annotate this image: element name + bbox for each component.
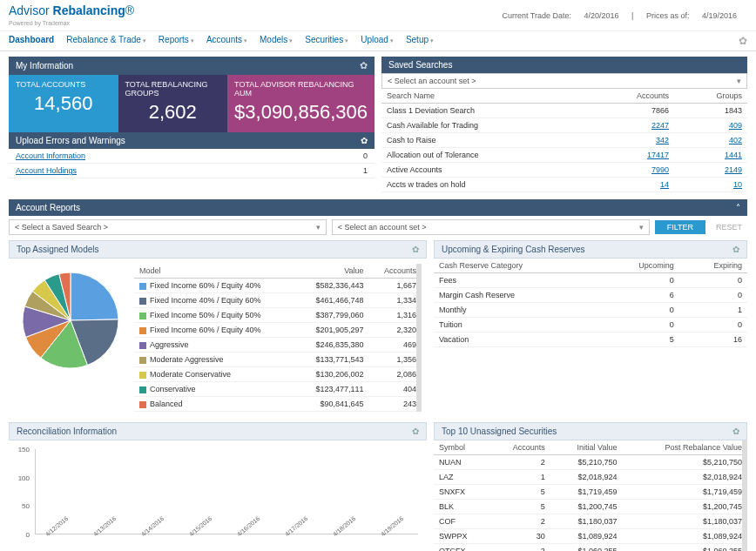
cell-groups[interactable]: 402 bbox=[729, 136, 742, 144]
col-expiring: Expiring bbox=[679, 259, 747, 273]
nav-reports[interactable]: Reports▾ bbox=[159, 35, 194, 47]
cell-initial: $5,210,750 bbox=[550, 455, 623, 470]
table-row: Tuition00 bbox=[434, 318, 747, 333]
cell-upcoming: 0 bbox=[599, 318, 679, 333]
cell-initial: $2,018,924 bbox=[550, 470, 623, 485]
chevron-down-icon: ▾ bbox=[639, 223, 644, 232]
cell-acct: 5 bbox=[489, 485, 550, 500]
cell-expiring: 0 bbox=[679, 318, 747, 333]
cell-acct: 2 bbox=[489, 544, 550, 552]
color-swatch bbox=[139, 298, 146, 305]
col-acct: Accounts bbox=[489, 440, 550, 455]
cell-groups[interactable]: 1441 bbox=[725, 151, 742, 159]
cell-model: Fixed Income 50% / Equity 50% bbox=[134, 308, 297, 323]
nav-dashboard[interactable]: Dashboard bbox=[9, 35, 54, 47]
account-set-select[interactable]: < Select an account set >▾ bbox=[381, 73, 747, 89]
upload-link[interactable]: Account Information bbox=[16, 151, 85, 160]
cell-accounts: 1,334 bbox=[369, 293, 422, 308]
table-row: Cash to Raise342402 bbox=[381, 133, 747, 148]
cell-name: Cash to Raise bbox=[381, 133, 588, 148]
cell-post: $1,089,924 bbox=[622, 529, 747, 544]
cell-model: Balanced bbox=[134, 397, 297, 412]
cell-groups[interactable]: 10 bbox=[733, 180, 742, 189]
cell-initial: $1,719,459 bbox=[550, 485, 623, 500]
color-swatch bbox=[139, 312, 146, 319]
upload-count: 1 bbox=[363, 166, 368, 175]
table-row: Allocation out of Tolerance174171441 bbox=[381, 148, 747, 163]
cell-upcoming: 5 bbox=[599, 333, 679, 347]
cell-accounts: 404 bbox=[369, 382, 422, 397]
table-row: COF2$1,180,037$1,180,037 bbox=[434, 514, 747, 529]
cell-acct: 2 bbox=[489, 455, 550, 470]
cell-value: $130,206,002 bbox=[297, 367, 369, 382]
upload-link[interactable]: Account Holdings bbox=[16, 166, 77, 175]
table-row: Fixed Income 50% / Equity 50%$387,799,06… bbox=[134, 308, 422, 323]
table-row: Fixed Income 40% / Equity 60%$461,466,74… bbox=[134, 293, 422, 308]
table-row: BLK5$1,200,745$1,200,745 bbox=[434, 500, 747, 514]
gear-icon[interactable]: ✿ bbox=[739, 35, 747, 47]
nav-setup[interactable]: Setup▾ bbox=[406, 35, 434, 47]
account-set-select-2[interactable]: < Select an account set >▾ bbox=[332, 219, 650, 235]
chevron-down-icon: ▾ bbox=[143, 37, 146, 44]
cell-cat: Monthly bbox=[434, 303, 599, 318]
table-row: Active Accounts79902149 bbox=[381, 163, 747, 178]
saved-searches-header: Saved Searches bbox=[381, 57, 747, 73]
table-row: LAZ1$2,018,924$2,018,924 bbox=[434, 470, 747, 485]
cell-accounts[interactable]: 17417 bbox=[647, 151, 669, 159]
cell-expiring: 16 bbox=[679, 333, 747, 347]
cell-model: Fixed Income 60% / Equity 40% bbox=[134, 323, 297, 338]
cell-groups[interactable]: 409 bbox=[729, 121, 742, 130]
cell-model: Fixed Income 60% / Equity 40% bbox=[134, 279, 297, 293]
stat-tile: TOTAL ADVISOR REBALANCING AUM$3,090,856,… bbox=[227, 75, 375, 132]
cell-acct: 1 bbox=[489, 470, 550, 485]
reset-button[interactable]: RESET bbox=[711, 220, 747, 234]
cell-value: $246,835,380 bbox=[297, 338, 369, 353]
nav-securities[interactable]: Securities▾ bbox=[305, 35, 348, 47]
cell-value: $461,466,748 bbox=[297, 293, 369, 308]
top-models-header: Top Assigned Models✿ bbox=[9, 240, 427, 259]
cell-accounts[interactable]: 14 bbox=[660, 180, 669, 189]
cash-reserves-header: Upcoming & Expiring Cash Reserves✿ bbox=[434, 240, 747, 259]
nav-rebalance-trade[interactable]: Rebalance & Trade▾ bbox=[66, 35, 146, 47]
upload-errors-header: Upload Errors and Warnings ✿ bbox=[9, 132, 375, 149]
cell-accounts[interactable]: 2247 bbox=[651, 121, 669, 130]
chevron-down-icon: ▾ bbox=[244, 37, 247, 44]
cell-acct: 30 bbox=[489, 529, 550, 544]
table-row: Accts w trades on hold1410 bbox=[381, 178, 747, 192]
cell-accounts[interactable]: 7990 bbox=[651, 165, 669, 174]
cell-upcoming: 6 bbox=[599, 288, 679, 303]
cell-value: $123,477,111 bbox=[297, 382, 369, 397]
gear-icon[interactable]: ✿ bbox=[732, 245, 739, 254]
cell-symbol: SWPPX bbox=[434, 529, 489, 544]
models-pie-chart bbox=[14, 264, 127, 377]
cell-groups[interactable]: 2149 bbox=[725, 165, 742, 174]
nav-upload[interactable]: Upload▾ bbox=[361, 35, 394, 47]
table-row: OTCFX2$1,060,255$1,060,255 bbox=[434, 544, 747, 552]
table-row: SNXFX5$1,719,459$1,719,459 bbox=[434, 485, 747, 500]
gear-icon[interactable]: ✿ bbox=[361, 136, 368, 145]
col-accounts: Accounts bbox=[588, 89, 674, 104]
saved-search-select[interactable]: < Select a Saved Search >▾ bbox=[9, 219, 327, 235]
cell-accounts[interactable]: 342 bbox=[656, 136, 669, 144]
cell-model: Conservative bbox=[134, 382, 297, 397]
table-row: Fees00 bbox=[434, 273, 747, 288]
nav-accounts[interactable]: Accounts▾ bbox=[206, 35, 247, 47]
nav-models[interactable]: Models▾ bbox=[260, 35, 293, 47]
my-information-header: My Information ✿ bbox=[9, 57, 375, 75]
gear-icon[interactable]: ✿ bbox=[732, 427, 739, 436]
col-initial: Initial Value bbox=[550, 440, 623, 455]
app-logo: Advisor Rebalancing® bbox=[9, 3, 134, 17]
gear-icon[interactable]: ✿ bbox=[412, 427, 419, 436]
cell-symbol: COF bbox=[434, 514, 489, 529]
gear-icon[interactable]: ✿ bbox=[360, 60, 368, 71]
cell-name: Active Accounts bbox=[381, 163, 588, 178]
account-reports-header: Account Reports ˄ bbox=[9, 199, 747, 216]
filter-button[interactable]: FILTER bbox=[655, 220, 705, 234]
cell-name: Allocation out of Tolerance bbox=[381, 148, 588, 163]
color-swatch bbox=[139, 283, 146, 290]
gear-icon[interactable]: ✿ bbox=[412, 245, 419, 254]
table-row: Vacation516 bbox=[434, 333, 747, 347]
collapse-icon[interactable]: ˄ bbox=[736, 203, 740, 212]
list-item: Account Information0 bbox=[9, 149, 375, 164]
cell-symbol: SNXFX bbox=[434, 485, 489, 500]
